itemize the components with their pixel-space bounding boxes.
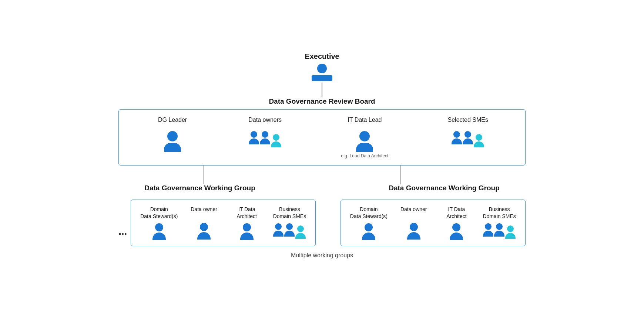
executive-icon	[312, 64, 332, 81]
executive-label: Executive	[305, 52, 339, 61]
dg-leader-icon	[164, 131, 181, 152]
wg-titles-row: Data Governance Working Group Data Gover…	[118, 184, 526, 196]
selected-smes-label: Selected SMEs	[448, 116, 488, 127]
wg2-biz-smes-icon	[483, 223, 516, 237]
wg2-role-data-owner: Data owner	[397, 206, 430, 240]
wg-right-box: DomainData Steward(s) Data owner IT Data…	[341, 200, 526, 246]
wg2-role-steward: DomainData Steward(s)	[350, 206, 388, 240]
wg2-data-owner-icon	[407, 223, 420, 240]
executive-node: Executive	[305, 52, 339, 81]
wg1-role-it-architect: IT DataArchitect	[230, 206, 264, 240]
wg1-biz-smes-label: BusinessDomain SMEs	[273, 206, 306, 219]
wg1-biz-smes-icon	[273, 223, 306, 237]
role-dg-leader: DG Leader	[156, 116, 189, 158]
wg2-steward-icon	[362, 223, 375, 240]
connector-left	[204, 165, 204, 184]
wg2-biz-smes-label: BusinessDomain SMEs	[483, 206, 516, 219]
it-data-lead-sublabel: e.g. Lead Data Architect	[341, 153, 388, 158]
wg2-role-it-architect: IT DataArchitect	[440, 206, 473, 240]
wg2-it-architect-label: IT DataArchitect	[446, 206, 466, 219]
wg-left-title: Data Governance Working Group	[118, 184, 281, 192]
org-diagram: Executive Data Governance Review Board D…	[63, 52, 581, 258]
wg1-role-biz-smes: BusinessDomain SMEs	[273, 206, 306, 240]
ellipsis: ···	[118, 228, 127, 240]
selected-smes-icon	[452, 131, 484, 144]
role-selected-smes: Selected SMEs	[448, 116, 488, 158]
wg1-role-data-owner: Data owner	[187, 206, 221, 240]
wg2-steward-label: DomainData Steward(s)	[350, 206, 388, 219]
wg-left-box: DomainData Steward(s) Data owner	[131, 200, 316, 246]
wg1-steward-icon	[152, 223, 166, 240]
exec-head	[317, 64, 327, 73]
wg1-steward-label: DomainData Steward(s)	[140, 206, 178, 219]
wg-right-title: Data Governance Working Group	[363, 184, 526, 192]
wg1-data-owner-icon	[197, 223, 211, 240]
connector-area	[118, 165, 526, 184]
wg1-data-owner-label: Data owner	[191, 206, 217, 219]
connector-exec-to-board	[322, 83, 322, 97]
wg2-role-biz-smes: BusinessDomain SMEs	[483, 206, 516, 240]
role-data-owners: Data owners	[248, 116, 282, 158]
multiple-working-groups-label: Multiple working groups	[291, 252, 353, 259]
wg1-role-steward: DomainData Steward(s)	[140, 206, 178, 240]
dg-leader-label: DG Leader	[158, 116, 187, 127]
data-owners-icon	[249, 131, 281, 144]
wg1-it-architect-label: IT DataArchitect	[237, 206, 257, 219]
wg2-data-owner-label: Data owner	[400, 206, 427, 219]
wg2-it-architect-icon	[450, 223, 463, 240]
it-data-lead-label: IT Data Lead	[348, 116, 382, 127]
wg-left-area: ··· DomainData Steward(s) Data owner	[118, 200, 316, 246]
review-board-title: Data Governance Review Board	[269, 97, 375, 106]
connector-right	[400, 165, 400, 184]
review-board-box: DG Leader Data owners	[118, 109, 526, 165]
it-data-lead-icon	[356, 131, 373, 152]
wg-row: ··· DomainData Steward(s) Data owner	[118, 200, 526, 246]
role-it-data-lead: IT Data Lead e.g. Lead Data Architect	[341, 116, 388, 158]
exec-desk	[312, 75, 332, 81]
wg1-it-architect-icon	[240, 223, 254, 240]
data-owners-label: Data owners	[248, 116, 282, 127]
